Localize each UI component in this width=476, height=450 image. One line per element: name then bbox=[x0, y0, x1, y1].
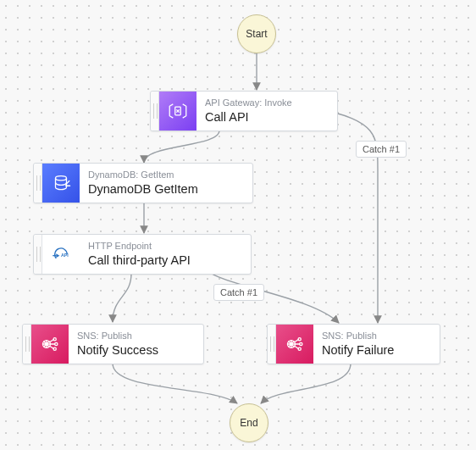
drag-handle[interactable] bbox=[34, 164, 42, 203]
node-subtitle: DynamoDB: GetItem bbox=[88, 169, 198, 181]
node-subtitle: SNS: Publish bbox=[322, 331, 394, 342]
node-title: Call third-party API bbox=[88, 253, 191, 268]
edge-label-catch-top: Catch #1 bbox=[356, 141, 407, 158]
drag-handle[interactable] bbox=[151, 92, 159, 131]
dynamodb-icon bbox=[42, 164, 80, 203]
node-notify-failure[interactable]: SNS: Publish Notify Failure bbox=[267, 324, 440, 364]
node-call-api[interactable]: API Gateway: Invoke Call API bbox=[150, 91, 338, 131]
node-title: Call API bbox=[205, 109, 292, 125]
end-terminal[interactable]: End bbox=[230, 403, 268, 442]
node-subtitle: API Gateway: Invoke bbox=[205, 97, 292, 108]
sns-icon bbox=[31, 325, 69, 364]
drag-handle[interactable] bbox=[268, 325, 276, 364]
node-title: Notify Failure bbox=[322, 342, 394, 358]
node-subtitle: HTTP Endpoint bbox=[88, 241, 191, 252]
end-label: End bbox=[240, 417, 257, 429]
edges-layer bbox=[0, 0, 476, 450]
sns-icon bbox=[276, 325, 313, 364]
drag-handle[interactable] bbox=[34, 235, 42, 274]
node-title: Notify Success bbox=[77, 342, 158, 358]
api-gateway-icon bbox=[159, 92, 196, 131]
http-endpoint-icon: API bbox=[42, 235, 80, 274]
svg-point-1 bbox=[56, 176, 67, 181]
node-title: DynamoDB GetItem bbox=[88, 181, 198, 197]
drag-handle[interactable] bbox=[23, 325, 31, 364]
start-terminal[interactable]: Start bbox=[237, 14, 276, 53]
node-http-endpoint[interactable]: API HTTP Endpoint Call third-party API bbox=[33, 234, 252, 275]
node-dynamodb-getitem[interactable]: DynamoDB: GetItem DynamoDB GetItem bbox=[33, 163, 253, 203]
svg-marker-2 bbox=[56, 253, 59, 258]
node-subtitle: SNS: Publish bbox=[77, 331, 158, 342]
start-label: Start bbox=[246, 28, 267, 40]
node-notify-success[interactable]: SNS: Publish Notify Success bbox=[22, 324, 204, 364]
svg-text:API: API bbox=[61, 253, 69, 258]
edge-label-catch-mid: Catch #1 bbox=[213, 284, 264, 301]
